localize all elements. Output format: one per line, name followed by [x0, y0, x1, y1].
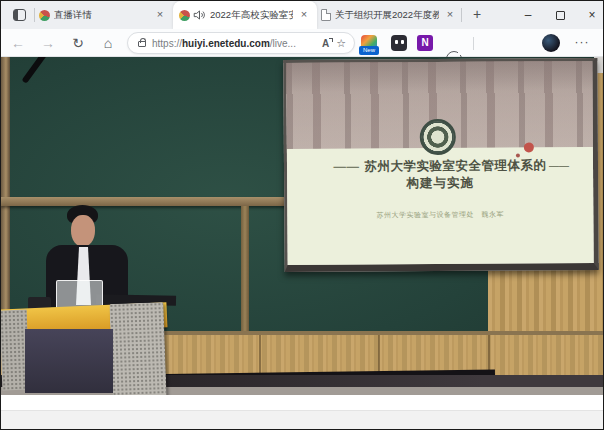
toolbar-divider — [473, 37, 474, 50]
slide-byline: 苏州大学实验室与设备管理处 魏永军 — [287, 209, 593, 221]
university-seal — [420, 119, 456, 155]
extension-dark-icon[interactable] — [391, 35, 407, 51]
tab-active-lecture[interactable]: 2022年高校实验室安… × — [173, 1, 317, 29]
tab-notice-document[interactable]: 关于组织开展2022年度教… × — [321, 1, 457, 29]
onenote-icon[interactable]: N — [417, 35, 433, 51]
slide-accent-dot-small — [516, 153, 520, 157]
settings-menu-icon[interactable]: ··· — [571, 35, 593, 51]
presenter-face — [71, 215, 95, 247]
url-domain: huiyi.enetedu.com — [182, 38, 270, 49]
tab-close-icon[interactable]: × — [297, 8, 311, 22]
close-window-button[interactable]: × — [577, 1, 604, 29]
tab-title: 直播详情 — [54, 9, 149, 22]
board-trim — [241, 206, 249, 332]
browser-window: 直播详情 × 2022年高校实验室安… × 关于组织开展2022年度教… × +… — [0, 0, 604, 430]
tabbar-divider — [461, 8, 462, 22]
lectern-front-panel — [25, 329, 113, 393]
maximize-button[interactable] — [545, 1, 575, 29]
document-icon — [321, 9, 331, 21]
tabbar-divider — [34, 8, 35, 22]
tab-live-details[interactable]: 直播详情 × — [39, 1, 167, 29]
favorites-star-icon[interactable]: ☆ — [336, 37, 346, 50]
tab-actions-bar — [14, 10, 18, 20]
maximize-icon — [556, 11, 565, 20]
minimize-button[interactable]: – — [513, 1, 543, 29]
wood-seam — [259, 335, 261, 377]
url-path: /live... — [270, 38, 296, 49]
page-footer-strip — [1, 410, 603, 430]
projection-screen: ——苏州大学实验室安全管理体系的 构建与实施 —— 苏州大学实验室与设备管理处 … — [283, 58, 598, 272]
slide-accent-dot — [524, 142, 534, 152]
read-aloud-icon[interactable]: A — [322, 38, 329, 49]
page-background-strip — [1, 395, 603, 410]
slide-title-line2: 构建与实施 — [287, 174, 593, 193]
audio-playing-icon — [193, 9, 206, 21]
profile-avatar[interactable] — [542, 34, 560, 52]
lock-icon — [138, 41, 146, 47]
title-text: 苏州大学实验室安全管理体系的 — [364, 158, 546, 173]
extension-new-icon[interactable]: New — [361, 35, 377, 51]
tab-bar: 直播详情 × 2022年高校实验室安… × 关于组织开展2022年度教… × +… — [1, 1, 603, 29]
refresh-icon[interactable]: ↻ — [69, 34, 87, 52]
new-badge: New — [359, 46, 379, 55]
browser-toolbar: ← → ↻ ⌂ https://huiyi.enetedu.com/live..… — [1, 29, 603, 57]
live-video-player[interactable]: ——苏州大学实验室安全管理体系的 构建与实施 —— 苏州大学实验室与设备管理处 … — [1, 57, 603, 395]
url-scheme: https:// — [152, 38, 182, 49]
back-icon[interactable]: ← — [9, 34, 27, 52]
tab-title: 关于组织开展2022年度教… — [335, 9, 439, 22]
slide-title-line1: ——苏州大学实验室安全管理体系的 — [287, 157, 593, 176]
tab-actions-menu-icon[interactable] — [13, 9, 26, 21]
tab-close-icon[interactable]: × — [153, 8, 167, 22]
address-bar[interactable]: https://huiyi.enetedu.com/live... A ☆ — [127, 32, 355, 54]
lectern-right-panel — [109, 302, 166, 395]
home-icon[interactable]: ⌂ — [99, 34, 117, 52]
url-text[interactable]: https://huiyi.enetedu.com/live... — [152, 38, 315, 49]
title-dash-right: —— — [549, 160, 569, 171]
microphone-boom — [21, 57, 47, 84]
title-dash-left: —— — [333, 160, 359, 174]
board-left-frame — [1, 57, 10, 333]
forward-icon[interactable]: → — [39, 34, 57, 52]
new-tab-button[interactable]: + — [467, 5, 487, 25]
tab-title: 2022年高校实验室安… — [210, 9, 293, 22]
site-favicon — [39, 10, 50, 21]
site-favicon — [179, 10, 190, 21]
tab-close-icon[interactable]: × — [443, 8, 457, 22]
